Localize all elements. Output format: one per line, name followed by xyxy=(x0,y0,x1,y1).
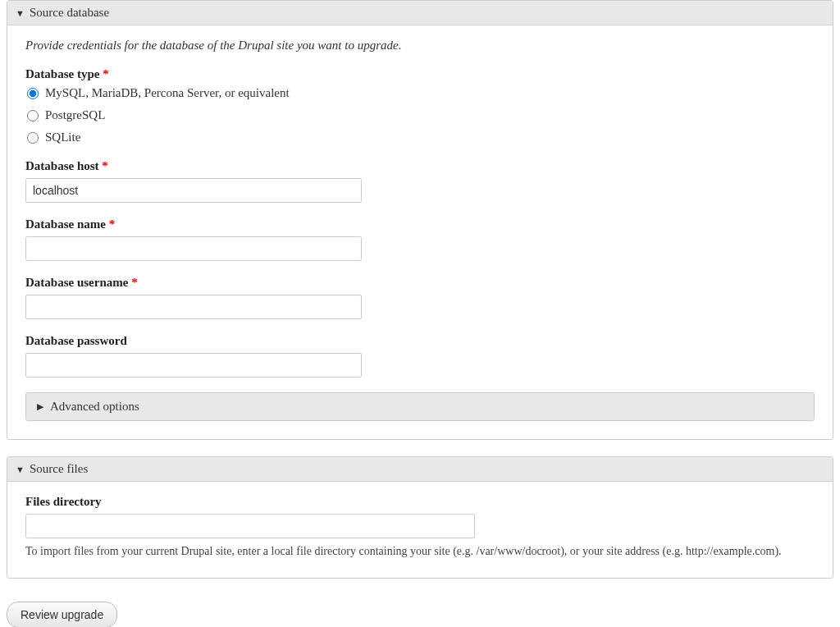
db-type-group: Database type * MySQL, MariaDB, Percona … xyxy=(25,67,815,144)
source-files-header[interactable]: ▼ Source files xyxy=(7,457,833,482)
db-type-label: Database type * xyxy=(25,67,815,81)
required-mark: * xyxy=(109,217,116,231)
radio-mysql[interactable] xyxy=(27,88,39,99)
db-type-radio-list: MySQL, MariaDB, Percona Server, or equiv… xyxy=(25,86,815,144)
required-mark: * xyxy=(131,276,138,289)
db-pass-label-text: Database password xyxy=(25,334,127,347)
radio-row-pgsql: PostgreSQL xyxy=(27,108,815,122)
radio-pgsql[interactable] xyxy=(27,110,39,121)
db-pass-input[interactable] xyxy=(25,353,362,378)
db-name-input[interactable] xyxy=(25,236,362,261)
advanced-options-title: Advanced options xyxy=(50,400,139,414)
db-user-input[interactable] xyxy=(25,295,362,319)
source-database-description: Provide credentials for the database of … xyxy=(25,39,815,53)
db-name-group: Database name * xyxy=(25,217,815,261)
review-upgrade-button[interactable]: Review upgrade xyxy=(7,602,117,627)
form-actions: Review upgrade xyxy=(0,595,840,627)
files-dir-label: Files directory xyxy=(25,495,815,509)
caret-down-icon: ▼ xyxy=(16,8,24,18)
db-pass-label: Database password xyxy=(25,334,815,348)
db-name-label: Database name * xyxy=(25,217,815,231)
source-database-body: Provide credentials for the database of … xyxy=(7,25,833,439)
radio-mysql-label[interactable]: MySQL, MariaDB, Percona Server, or equiv… xyxy=(45,86,290,100)
required-mark: * xyxy=(103,67,109,80)
radio-row-sqlite: SQLite xyxy=(27,130,815,144)
db-user-group: Database username * xyxy=(25,276,815,319)
advanced-options-fieldset: ▶ Advanced options xyxy=(25,392,815,421)
files-dir-input[interactable] xyxy=(25,514,475,538)
db-host-label: Database host * xyxy=(25,159,815,173)
radio-sqlite[interactable] xyxy=(27,132,39,144)
caret-right-icon: ▶ xyxy=(36,401,44,412)
radio-sqlite-label[interactable]: SQLite xyxy=(45,130,80,144)
source-files-title: Source files xyxy=(30,462,88,476)
db-host-group: Database host * xyxy=(25,159,815,203)
radio-pgsql-label[interactable]: PostgreSQL xyxy=(45,108,105,122)
source-files-body: Files directory To import files from you… xyxy=(7,482,833,578)
db-pass-group: Database password xyxy=(25,334,815,378)
source-files-fieldset: ▼ Source files Files directory To import… xyxy=(7,456,833,579)
source-database-title: Source database xyxy=(30,6,109,20)
db-type-label-text: Database type xyxy=(25,67,99,80)
advanced-options-header[interactable]: ▶ Advanced options xyxy=(26,393,814,420)
files-dir-group: Files directory To import files from you… xyxy=(25,495,815,560)
caret-down-icon: ▼ xyxy=(16,465,24,474)
radio-row-mysql: MySQL, MariaDB, Percona Server, or equiv… xyxy=(27,86,815,100)
source-database-fieldset: ▼ Source database Provide credentials fo… xyxy=(7,0,833,440)
db-host-input[interactable] xyxy=(25,178,362,203)
files-dir-label-text: Files directory xyxy=(25,495,102,508)
db-name-label-text: Database name xyxy=(25,217,106,231)
files-dir-help: To import files from your current Drupal… xyxy=(25,543,815,560)
db-user-label: Database username * xyxy=(25,276,815,290)
db-user-label-text: Database username xyxy=(25,276,128,289)
source-database-header[interactable]: ▼ Source database xyxy=(7,1,833,25)
required-mark: * xyxy=(102,159,108,172)
db-host-label-text: Database host xyxy=(25,159,99,172)
